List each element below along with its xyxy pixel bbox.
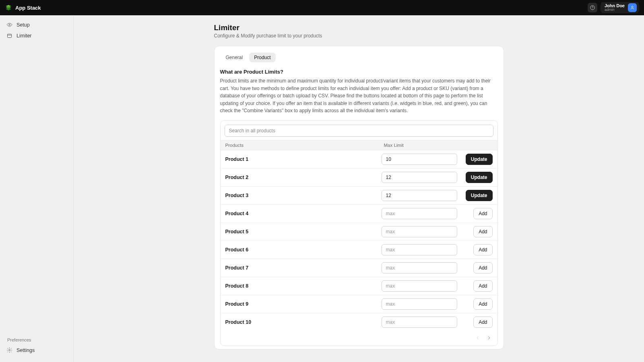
max-limit-input[interactable] bbox=[382, 244, 457, 255]
product-name: Product 2 bbox=[225, 175, 382, 180]
sidebar: Setup Limiter Preferences Settings bbox=[0, 15, 74, 362]
add-button[interactable]: Add bbox=[473, 262, 492, 274]
add-button[interactable]: Add bbox=[473, 208, 492, 219]
add-button[interactable]: Add bbox=[473, 244, 492, 255]
sidebar-item-label: Setup bbox=[17, 22, 30, 28]
max-limit-input[interactable] bbox=[382, 317, 457, 328]
sidebar-item-limiter[interactable]: Limiter bbox=[0, 30, 73, 41]
pager-next[interactable] bbox=[485, 333, 493, 342]
table-row: Product 6Add bbox=[221, 241, 497, 259]
product-name: Product 8 bbox=[225, 283, 382, 289]
product-name: Product 9 bbox=[225, 301, 382, 307]
user-menu[interactable]: John Doe admin bbox=[601, 2, 639, 13]
max-limit-input[interactable] bbox=[382, 190, 457, 201]
eye-icon bbox=[6, 22, 12, 28]
add-button[interactable]: Add bbox=[473, 226, 492, 237]
sidebar-prefs-heading: Preferences bbox=[7, 337, 67, 342]
max-limit-input[interactable] bbox=[382, 262, 457, 274]
table-row: Product 2Update bbox=[221, 169, 497, 187]
table-row: Product 8Add bbox=[221, 277, 497, 295]
tab-product[interactable]: Product bbox=[249, 53, 275, 62]
sidebar-item-settings[interactable]: Settings bbox=[6, 345, 67, 356]
app-title: App Stack bbox=[15, 5, 41, 11]
col-max: Max Limit bbox=[384, 143, 464, 148]
product-name: Product 5 bbox=[225, 229, 382, 234]
sidebar-item-label: Limiter bbox=[17, 33, 32, 39]
info-heading: What are Product Limits? bbox=[220, 69, 498, 75]
search-input[interactable] bbox=[225, 125, 493, 137]
content-card: General Product What are Product Limits?… bbox=[214, 46, 504, 350]
chevron-left-icon bbox=[475, 335, 481, 341]
product-name: Product 3 bbox=[225, 193, 382, 198]
page-title: Limiter bbox=[214, 23, 504, 32]
table-row: Product 4Add bbox=[221, 205, 497, 223]
max-limit-input[interactable] bbox=[382, 172, 457, 183]
product-name: Product 7 bbox=[225, 265, 382, 271]
table-row: Product 9Add bbox=[221, 295, 497, 313]
svg-point-5 bbox=[9, 350, 10, 351]
user-text: John Doe admin bbox=[605, 3, 625, 12]
add-button[interactable]: Add bbox=[473, 317, 492, 328]
table-row: Product 1Update bbox=[221, 150, 497, 169]
pager-prev[interactable] bbox=[473, 333, 482, 342]
table-row: Product 3Update bbox=[221, 187, 497, 205]
sidebar-bottom: Preferences Settings bbox=[0, 337, 73, 358]
svg-rect-4 bbox=[8, 34, 12, 38]
help-icon bbox=[590, 5, 595, 10]
max-limit-input[interactable] bbox=[382, 226, 457, 237]
page-subtitle: Configure & Modify purchase limit to you… bbox=[214, 33, 504, 39]
add-button[interactable]: Add bbox=[473, 298, 492, 310]
max-limit-input[interactable] bbox=[382, 298, 457, 310]
user-role: admin bbox=[605, 8, 625, 12]
topbar: App Stack John Doe admin bbox=[0, 0, 644, 15]
col-products: Products bbox=[225, 143, 384, 148]
max-limit-input[interactable] bbox=[382, 154, 457, 165]
user-icon bbox=[630, 5, 635, 10]
product-name: Product 10 bbox=[225, 319, 382, 325]
topbar-right: John Doe admin bbox=[588, 2, 639, 13]
table-header: Products Max Limit bbox=[221, 140, 497, 150]
chevron-right-icon bbox=[486, 335, 492, 341]
svg-point-1 bbox=[592, 8, 592, 9]
svg-point-3 bbox=[9, 24, 10, 25]
topbar-left: App Stack bbox=[5, 4, 41, 11]
product-name: Product 6 bbox=[225, 247, 382, 253]
box-icon bbox=[6, 33, 12, 39]
update-button[interactable]: Update bbox=[466, 190, 493, 201]
table-row: Product 5Add bbox=[221, 223, 497, 241]
info-body: Product limits are the minimum and maxim… bbox=[220, 77, 498, 115]
update-button[interactable]: Update bbox=[466, 172, 493, 183]
help-button[interactable] bbox=[588, 3, 597, 12]
sidebar-item-setup[interactable]: Setup bbox=[0, 19, 73, 30]
svg-point-2 bbox=[632, 6, 633, 8]
sidebar-nav: Setup Limiter bbox=[0, 19, 73, 41]
product-name: Product 4 bbox=[225, 211, 382, 216]
product-name: Product 1 bbox=[225, 156, 382, 162]
add-button[interactable]: Add bbox=[473, 280, 492, 292]
tab-general[interactable]: General bbox=[221, 53, 248, 62]
table-body: Product 1UpdateProduct 2UpdateProduct 3U… bbox=[221, 150, 497, 331]
pager bbox=[221, 331, 497, 346]
max-limit-input[interactable] bbox=[382, 280, 457, 292]
table-row: Product 7Add bbox=[221, 259, 497, 277]
products-panel: Products Max Limit Product 1UpdateProduc… bbox=[220, 120, 498, 346]
app-logo-icon bbox=[5, 4, 12, 11]
gear-icon bbox=[6, 347, 12, 353]
max-limit-input[interactable] bbox=[382, 208, 457, 219]
sidebar-item-label: Settings bbox=[17, 348, 35, 353]
main: Limiter Configure & Modify purchase limi… bbox=[74, 15, 644, 362]
table-row: Product 10Add bbox=[221, 313, 497, 331]
tabs: General Product bbox=[220, 52, 498, 64]
update-button[interactable]: Update bbox=[466, 154, 493, 165]
avatar bbox=[628, 3, 637, 12]
